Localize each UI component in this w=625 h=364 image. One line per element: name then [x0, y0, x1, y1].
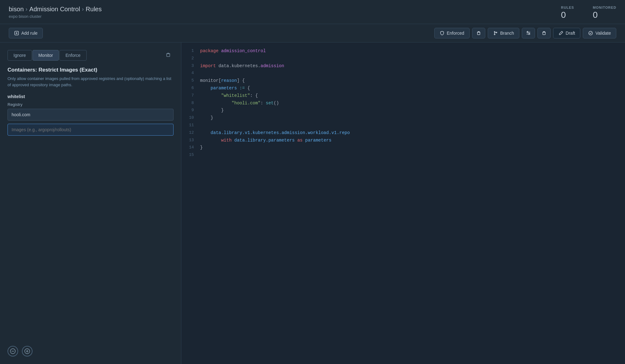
code-line-13: 13 with data.library.parameters as param…: [181, 137, 625, 144]
remove-item-button[interactable]: [8, 346, 18, 357]
line-content-10: }: [200, 114, 619, 122]
line-content-6: parameters := {: [200, 85, 619, 92]
code-line-3: 3 import data.kubernetes.admission: [181, 62, 625, 70]
line-num-2: 2: [188, 55, 200, 62]
toolbar-right: Enforced Branch: [434, 28, 616, 38]
main-content: Ignore Monitor Enforce Containers: Restr…: [0, 42, 625, 364]
line-content-11: [200, 122, 619, 129]
toolbar: Add rule Enforced: [0, 24, 625, 42]
svg-point-5: [494, 34, 495, 35]
svg-point-4: [494, 32, 495, 32]
line-content-7: "whitelist": {: [200, 92, 619, 100]
tab-ignore[interactable]: Ignore: [8, 50, 32, 61]
line-content-14: }: [200, 144, 619, 152]
line-num-9: 9: [188, 107, 200, 114]
validate-label: Validate: [595, 31, 611, 36]
add-item-button[interactable]: [22, 346, 33, 357]
stat-monitored: MONITORED 0: [593, 6, 616, 20]
cluster-label: expo bison cluster: [9, 14, 102, 19]
swap-icon: [526, 31, 531, 36]
code-line-2: 2: [181, 55, 625, 62]
top-header: bison › Admission Control › Rules expo b…: [0, 0, 625, 24]
swap-button[interactable]: [522, 28, 535, 38]
code-line-6: 6 parameters := {: [181, 85, 625, 92]
check-circle-icon: [588, 31, 593, 36]
code-line-1: 1 package admission_control: [181, 47, 625, 55]
delete-enforced-button[interactable]: [472, 28, 485, 38]
line-num-8: 8: [188, 100, 200, 107]
code-editor: 1 package admission_control 2 3 import d…: [181, 42, 625, 364]
tab-monitor[interactable]: Monitor: [33, 50, 59, 61]
code-line-14: 14 }: [181, 144, 625, 152]
tab-enforce[interactable]: Enforce: [59, 50, 86, 61]
code-line-7: 7 "whitelist": {: [181, 92, 625, 100]
registry-label: Registry: [8, 102, 174, 107]
left-panel: Ignore Monitor Enforce Containers: Restr…: [0, 42, 181, 364]
code-line-9: 9 }: [181, 107, 625, 114]
rule-title: Containers: Restrict Images (Exact): [8, 67, 174, 73]
rule-tabs: Ignore Monitor Enforce: [8, 50, 174, 61]
trash-icon-1: [476, 31, 481, 36]
code-line-15: 15: [181, 152, 625, 159]
stat-monitored-value: 0: [593, 10, 598, 20]
line-content-3: import data.kubernetes.admission: [200, 62, 619, 70]
stat-monitored-label: MONITORED: [593, 6, 616, 9]
bottom-controls: [8, 341, 174, 357]
add-rule-button[interactable]: Add rule: [9, 28, 43, 38]
breadcrumb-bison[interactable]: bison: [9, 6, 24, 13]
validate-button[interactable]: Validate: [583, 28, 616, 38]
draft-button[interactable]: Draft: [553, 28, 580, 38]
line-content-15: [200, 152, 619, 159]
code-line-11: 11: [181, 122, 625, 129]
line-num-3: 3: [188, 62, 200, 69]
line-content-2: [200, 55, 619, 62]
line-num-13: 13: [188, 137, 200, 144]
line-num-10: 10: [188, 114, 200, 121]
code-line-5: 5 monitor[reason] {: [181, 77, 625, 85]
line-num-5: 5: [188, 77, 200, 84]
line-num-15: 15: [188, 152, 200, 158]
add-rule-icon: [14, 31, 19, 36]
images-input[interactable]: [8, 124, 174, 136]
line-content-5: monitor[reason] {: [200, 77, 619, 85]
trash-icon-2: [542, 31, 547, 36]
line-num-11: 11: [188, 122, 200, 129]
svg-rect-10: [543, 32, 545, 35]
breadcrumb-sep2: ›: [82, 6, 84, 12]
code-line-4: 4: [181, 70, 625, 77]
pencil-icon: [558, 31, 563, 36]
stat-rules: RULES 0: [561, 6, 574, 20]
line-num-7: 7: [188, 92, 200, 99]
branch-button[interactable]: Branch: [488, 28, 519, 38]
app-container: bison › Admission Control › Rules expo b…: [0, 0, 625, 364]
breadcrumb: bison › Admission Control › Rules: [9, 6, 102, 13]
shield-icon: [440, 31, 445, 36]
add-rule-label: Add rule: [21, 31, 38, 36]
line-content-9: }: [200, 107, 619, 114]
whitelist-label: whitelist: [8, 94, 174, 99]
line-num-12: 12: [188, 129, 200, 136]
enforced-button[interactable]: Enforced: [434, 28, 470, 38]
branch-icon: [493, 31, 498, 36]
rule-description: Only allow container images pulled from …: [8, 76, 174, 88]
line-num-1: 1: [188, 47, 200, 54]
breadcrumb-rules[interactable]: Rules: [86, 6, 102, 13]
line-content-4: [200, 70, 619, 77]
breadcrumb-section: bison › Admission Control › Rules expo b…: [9, 6, 102, 19]
delete-branch-button[interactable]: [537, 28, 551, 38]
code-editor-panel: 1 package admission_control 2 3 import d…: [181, 42, 625, 364]
registry-value: hooli.com: [8, 109, 174, 121]
minus-circle-icon: [10, 348, 16, 354]
delete-rule-button[interactable]: [163, 51, 174, 60]
code-line-12: 12 data.library.v1.kubernetes.admission.…: [181, 129, 625, 137]
toolbar-left: Add rule: [9, 28, 43, 38]
plus-circle-icon: [24, 348, 30, 354]
breadcrumb-sep1: ›: [26, 6, 28, 12]
branch-label: Branch: [500, 31, 514, 36]
enforced-label: Enforced: [447, 31, 464, 36]
breadcrumb-admission-control[interactable]: Admission Control: [29, 6, 80, 13]
line-num-14: 14: [188, 144, 200, 151]
svg-rect-12: [167, 54, 170, 57]
code-line-8: 8 "hooli.com": set(): [181, 100, 625, 107]
draft-label: Draft: [566, 31, 575, 36]
